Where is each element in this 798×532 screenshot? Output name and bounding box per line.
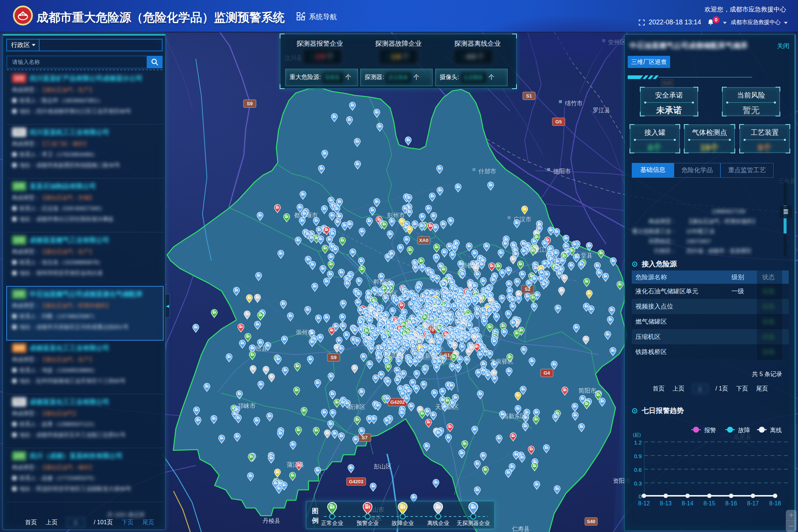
- svg-text:什邡市: 什邡市: [478, 168, 496, 174]
- svg-text:S40: S40: [587, 519, 595, 524]
- svg-text:仁寿县: 仁寿县: [512, 526, 530, 532]
- svg-text:双流区: 双流区: [384, 352, 402, 358]
- svg-text:新都区: 新都区: [461, 262, 479, 269]
- svg-text:8-12: 8-12: [638, 500, 650, 507]
- svg-text:8-18: 8-18: [769, 500, 781, 507]
- svg-text:成华区: 成华区: [451, 315, 469, 321]
- svg-text:高新西区: 高新西区: [374, 290, 398, 297]
- svg-text:都江堰市: 都江堰市: [294, 212, 318, 218]
- svg-text:锦江区: 锦江区: [444, 334, 463, 340]
- svg-text:金堂县: 金堂县: [575, 252, 593, 259]
- svg-text:龙泉驿区: 龙泉驿区: [490, 358, 514, 365]
- svg-text:青羊区: 青羊区: [422, 323, 440, 329]
- svg-text:高新南区: 高新南区: [419, 353, 443, 359]
- svg-text:离线: 离线: [770, 427, 782, 433]
- svg-text:绵竹市: 绵竹市: [565, 100, 583, 106]
- svg-text:武侯区: 武侯区: [405, 335, 423, 341]
- svg-text:彭州市: 彭州市: [387, 212, 405, 218]
- svg-text:G4: G4: [543, 370, 550, 376]
- svg-text:新津区: 新津区: [348, 404, 365, 410]
- svg-text:8-17: 8-17: [747, 500, 759, 507]
- svg-text:8-15: 8-15: [703, 500, 715, 507]
- svg-text:XA0: XA0: [419, 238, 428, 243]
- svg-text:简阳市: 简阳市: [579, 388, 596, 394]
- svg-text:S7: S7: [362, 435, 368, 440]
- svg-text:S9: S9: [331, 355, 337, 360]
- svg-text:大邑县: 大邑县: [250, 345, 267, 352]
- svg-text:G5: G5: [555, 119, 562, 125]
- svg-text:1.2: 1.2: [634, 439, 642, 446]
- svg-text:0.6: 0.6: [634, 467, 642, 473]
- svg-text:青白江区: 青白江区: [528, 246, 551, 253]
- svg-text:0.3: 0.3: [634, 480, 642, 487]
- svg-text:S1: S1: [526, 93, 532, 99]
- svg-text:崇州市: 崇州市: [296, 329, 314, 335]
- svg-text:蒲江县: 蒲江县: [287, 461, 304, 468]
- svg-text:罗江县: 罗江县: [593, 107, 610, 113]
- svg-text:彭山区: 彭山区: [374, 463, 392, 470]
- svg-text:邛崃市: 邛崃市: [238, 403, 256, 409]
- svg-text:0: 0: [639, 493, 642, 499]
- svg-text:G4202: G4202: [390, 399, 405, 405]
- svg-text:郫都区: 郫都区: [374, 279, 391, 285]
- svg-text:天府新区: 天府新区: [435, 404, 459, 410]
- svg-text:故障: 故障: [738, 427, 750, 433]
- svg-text:G4203: G4203: [349, 479, 363, 484]
- svg-text:8-14: 8-14: [682, 500, 693, 507]
- svg-text:丹棱县: 丹棱县: [263, 518, 280, 524]
- svg-text:(起): (起): [633, 432, 641, 437]
- svg-text:0.9: 0.9: [634, 453, 642, 459]
- svg-text:广汉市: 广汉市: [514, 216, 531, 222]
- svg-text:高新东区: 高新东区: [502, 413, 526, 419]
- svg-text:8-16: 8-16: [725, 500, 737, 507]
- svg-text:德阳市: 德阳市: [553, 168, 571, 174]
- svg-text:报警: 报警: [704, 427, 716, 433]
- svg-text:S9: S9: [247, 101, 253, 106]
- svg-text:金牛区: 金牛区: [421, 304, 439, 311]
- svg-text:8-13: 8-13: [660, 500, 672, 507]
